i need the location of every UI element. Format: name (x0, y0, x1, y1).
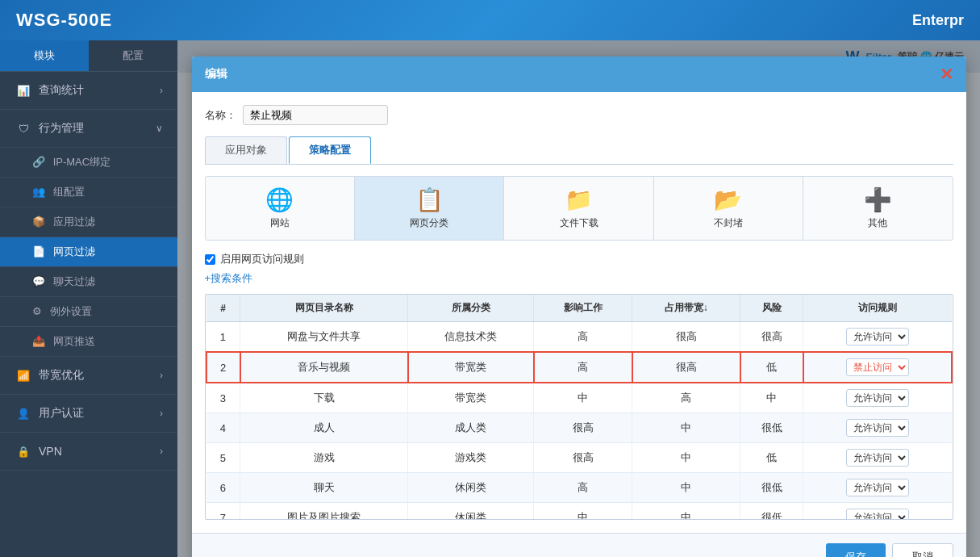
cell-access[interactable]: 允许访问 禁止访问 (803, 473, 952, 503)
category-row: 🌐 网站 📋 网页分类 📁 文件下载 📂 (205, 176, 953, 241)
sidebar-item-chatfilter[interactable]: 💬 聊天过滤 (0, 267, 177, 297)
col-work: 影响工作 (534, 295, 632, 322)
table-row: 7 图片及图片搜索 休闲类 中 中 很低 允许访问 禁止访问 (206, 503, 952, 521)
cell-name: 成人 (240, 413, 408, 443)
cell-work: 中 (534, 383, 632, 413)
enable-rule-checkbox[interactable] (205, 254, 215, 265)
cell-name: 游戏 (240, 443, 408, 473)
sidebar-item-auth[interactable]: 👤 用户认证 › (0, 395, 177, 433)
cell-bandwidth: 中 (632, 473, 740, 503)
main-container: 模块 配置 📊 查询统计 › 🛡 行为管理 ∨ 🔗 IP-MAC绑定 👥 组配置… (0, 40, 980, 557)
sidebar-item-label: 行为管理 (39, 121, 153, 136)
access-select[interactable]: 允许访问 禁止访问 (846, 419, 909, 437)
access-select[interactable]: 允许访问 禁止访问 (846, 449, 909, 467)
sidebar-tab-module[interactable]: 模块 (0, 40, 89, 71)
category-label: 网站 (270, 216, 290, 230)
category-other[interactable]: ➕ 其他 (803, 177, 952, 240)
sidebar-item-label: 用户认证 (39, 406, 157, 421)
search-condition-link[interactable]: +搜索条件 (205, 271, 953, 286)
cell-access[interactable]: 允许访问 禁止访问 (803, 352, 952, 383)
dialog-header: 编辑 ✕ (192, 57, 966, 92)
cell-access[interactable]: 允许访问 禁止访问 (803, 322, 952, 353)
edit-dialog: 编辑 ✕ 名称： 应用对象 策略配置 (192, 57, 966, 557)
cell-risk: 很低 (740, 473, 803, 503)
webclass-icon: 📋 (415, 186, 444, 213)
category-filedownload[interactable]: 📁 文件下载 (504, 177, 653, 240)
cell-risk: 中 (740, 383, 803, 413)
sidebar-item-exception[interactable]: ⚙ 例外设置 (0, 297, 177, 327)
sidebar-item-behavior[interactable]: 🛡 行为管理 ∨ (0, 110, 177, 148)
sidebar-item-webfilter[interactable]: 📄 网页过滤 (0, 237, 177, 267)
category-label: 其他 (868, 216, 887, 230)
header-brand: Enterpr (912, 12, 964, 29)
cell-num: 6 (206, 473, 240, 503)
sidebar-item-query[interactable]: 📊 查询统计 › (0, 72, 177, 110)
sidebar-item-label: 网页过滤 (53, 245, 95, 258)
cell-bandwidth: 高 (632, 383, 740, 413)
cell-bandwidth: 中 (632, 503, 740, 521)
cell-work: 很高 (534, 443, 632, 473)
enable-rule-row: 启用网页访问规则 (205, 252, 953, 266)
access-select[interactable]: 允许访问 禁止访问 (846, 358, 909, 376)
unblock-icon: 📂 (714, 186, 742, 213)
sidebar-item-label: 例外设置 (50, 305, 92, 317)
sidebar-item-group[interactable]: 👥 组配置 (0, 178, 177, 207)
cell-bandwidth: 中 (632, 413, 740, 443)
auth-icon: 👤 (15, 404, 32, 422)
category-unblock[interactable]: 📂 不封堵 (654, 177, 803, 240)
cell-name: 图片及图片搜索 (240, 503, 408, 521)
cell-access[interactable]: 允许访问 禁止访问 (803, 383, 952, 413)
sidebar-item-appfilter[interactable]: 📦 应用过滤 (0, 207, 177, 237)
category-website[interactable]: 🌐 网站 (206, 177, 355, 240)
chevron-right-icon: › (157, 85, 163, 96)
cell-access[interactable]: 允许访问 禁止访问 (803, 443, 952, 473)
cell-name: 聊天 (240, 473, 408, 503)
cell-name: 网盘与文件共享 (240, 322, 408, 353)
category-label: 网页分类 (410, 216, 448, 230)
access-select[interactable]: 允许访问 禁止访问 (846, 509, 909, 520)
cell-category: 带宽类 (408, 383, 534, 413)
cell-category: 休闲类 (408, 473, 534, 503)
sidebar-item-bandwidth[interactable]: 📶 带宽优化 › (0, 357, 177, 395)
close-icon[interactable]: ✕ (940, 65, 953, 84)
table-row: 5 游戏 游戏类 很高 中 低 允许访问 禁止访问 (206, 443, 952, 473)
sidebar-item-webpush[interactable]: 📤 网页推送 (0, 327, 177, 357)
cell-num: 7 (206, 503, 240, 521)
access-select[interactable]: 允许访问 禁止访问 (846, 479, 909, 496)
chevron-right-icon: › (157, 370, 163, 381)
chevron-right-icon: › (157, 446, 163, 457)
category-webclass[interactable]: 📋 网页分类 (355, 177, 504, 240)
sidebar-tab-config[interactable]: 配置 (89, 40, 177, 71)
col-access: 访问规则 (803, 295, 952, 322)
sidebar-item-ipmac[interactable]: 🔗 IP-MAC绑定 (0, 148, 177, 178)
col-category: 所属分类 (408, 295, 534, 322)
filedownload-icon: 📁 (565, 186, 593, 213)
cell-access[interactable]: 允许访问 禁止访问 (803, 503, 952, 521)
vpn-icon: 🔒 (15, 442, 32, 460)
tab-policy-config[interactable]: 策略配置 (289, 136, 371, 164)
dialog-title: 编辑 (205, 67, 227, 82)
header: WSG-500E Enterpr (0, 0, 980, 40)
header-logo: WSG-500E (16, 10, 112, 31)
sidebar-item-vpn[interactable]: 🔒 VPN › (0, 433, 177, 471)
cancel-button[interactable]: 取消 (892, 543, 953, 557)
cell-work: 高 (534, 322, 632, 353)
cell-num: 4 (206, 413, 240, 443)
cell-access[interactable]: 允许访问 禁止访问 (803, 413, 952, 443)
tab-apply-object[interactable]: 应用对象 (205, 136, 287, 164)
web-category-table: # 网页目录名称 所属分类 影响工作 占用带宽↓ 风险 访问规则 (206, 295, 953, 520)
enable-rule-label: 启用网页访问规则 (220, 252, 304, 266)
dialog-footer: 保存 取消 (192, 533, 966, 557)
access-select[interactable]: 允许访问 禁止访问 (846, 389, 909, 407)
save-button[interactable]: 保存 (826, 543, 886, 557)
cell-risk: 很高 (740, 322, 803, 353)
name-input[interactable] (243, 105, 388, 125)
cell-num: 2 (206, 352, 240, 383)
cell-name: 下载 (240, 383, 408, 413)
cell-num: 1 (206, 322, 240, 353)
other-icon: ➕ (864, 186, 892, 213)
sidebar-item-label: IP-MAC绑定 (53, 156, 111, 168)
col-num: # (206, 295, 240, 322)
cell-num: 5 (206, 443, 240, 473)
access-select[interactable]: 允许访问 禁止访问 (846, 328, 909, 346)
